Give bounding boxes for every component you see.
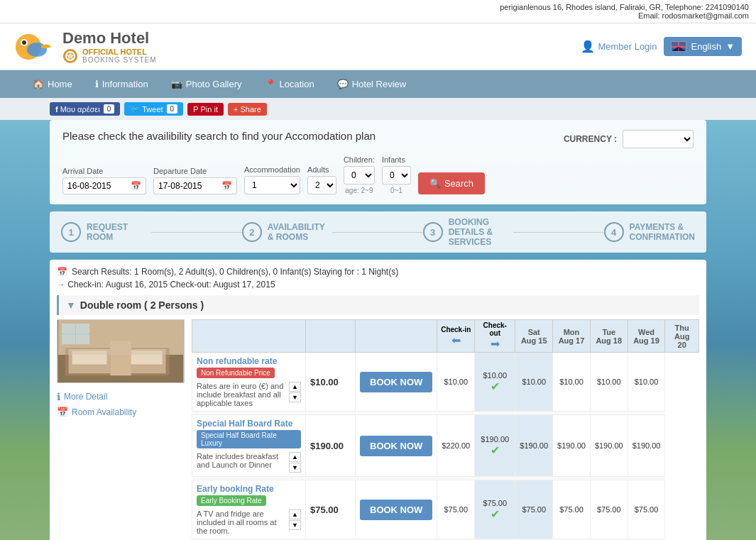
- infants-note: 0~1: [382, 187, 411, 194]
- accommodation-label: Accommodation: [244, 165, 300, 174]
- step-divider-2: [332, 232, 422, 233]
- scroll-up-btn[interactable]: ▲: [289, 509, 301, 519]
- search-summary: 📅 Search Results: 1 Room(s), 2 Adult(s),…: [57, 267, 699, 277]
- price-sat: $75.00: [444, 505, 468, 514]
- rate-desc: A TV and fridge are included in all room…: [197, 509, 285, 535]
- logo-subtitle-official: OFFICIAL HOTEL: [82, 48, 157, 56]
- rate-badge: Early Booking Rate: [197, 495, 266, 506]
- col-date-mon: Mon Aug 17: [553, 320, 591, 353]
- col-date-thu: Thu Aug 20: [665, 320, 699, 353]
- twitter-btn[interactable]: 🐦 Tweet 0: [124, 102, 183, 116]
- nav-location-label: Location: [280, 79, 314, 89]
- infants-select[interactable]: 01: [382, 166, 411, 184]
- departure-date-input[interactable]: 📅: [153, 177, 237, 194]
- nav-information[interactable]: ℹ Information: [84, 70, 160, 98]
- date-aug20: Aug 20: [669, 332, 694, 349]
- home-icon: 🏠: [33, 79, 44, 89]
- room-availability-label: Room Availability: [72, 407, 136, 417]
- nav-home[interactable]: 🏠 Home: [21, 70, 84, 98]
- departure-date-value[interactable]: [158, 181, 219, 191]
- step-2-label: AVAILABILITY & ROOMS: [268, 222, 332, 242]
- scroll-up-btn[interactable]: ▲: [289, 382, 301, 392]
- nav-info-label: Information: [102, 79, 148, 89]
- day-sat: Sat: [520, 328, 548, 336]
- address-text: perigianlenous 16, Rhodes island, Falira…: [500, 3, 749, 11]
- language-selector[interactable]: English ▼: [664, 37, 742, 56]
- nav-home-label: Home: [48, 79, 72, 89]
- scroll-up-btn[interactable]: ▲: [289, 452, 301, 462]
- price-wed: $190.00: [595, 441, 623, 450]
- accommodation-field: Accommodation 123: [244, 165, 300, 194]
- checkin-summary: → Check-in: August 16, 2015 Check-out: A…: [57, 280, 699, 290]
- col-date-tue: Tue Aug 18: [590, 320, 628, 353]
- header: Demo Hotel OFFICIAL HOTEL BOOKING SYSTEM…: [0, 23, 756, 70]
- book-now-button[interactable]: BOOK NOW: [360, 372, 432, 392]
- rate-name[interactable]: Non refundable rate: [197, 356, 301, 366]
- price-thu: $190.00: [632, 441, 661, 450]
- price-mon: $75.00: [522, 505, 546, 514]
- scroll-down-btn[interactable]: ▼: [289, 520, 301, 530]
- rate-badge: Non Refundable Price: [197, 368, 275, 378]
- accommodation-select[interactable]: 123: [244, 176, 300, 194]
- facebook-btn[interactable]: f Μου αρέσει 0: [50, 102, 120, 116]
- rate-name[interactable]: Special Half Board Rate: [197, 419, 301, 429]
- rate-desc: Rate includes breakfast and Launch or Di…: [197, 452, 285, 469]
- day-mon: Mon: [557, 328, 586, 336]
- infants-field: Infants 01 0~1: [382, 155, 411, 194]
- logo-area: Demo Hotel OFFICIAL HOTEL BOOKING SYSTEM: [14, 29, 157, 64]
- rate-price: $10.00: [310, 377, 339, 387]
- pinterest-icon: P: [193, 105, 198, 114]
- scroll-down-btn[interactable]: ▼: [289, 392, 301, 402]
- search-row: Arrival Date 📅 Departure Date 📅 Accommod…: [62, 155, 694, 194]
- arrival-date-input[interactable]: 📅: [62, 177, 146, 194]
- checkin-prev-btn[interactable]: ⬅: [451, 334, 461, 347]
- twitter-icon: 🐦: [130, 104, 140, 114]
- book-now-button[interactable]: BOOK NOW: [360, 436, 432, 456]
- search-button[interactable]: 🔍 Search: [418, 172, 485, 194]
- rate-row: Early booking Rate Early Booking Rate A …: [192, 480, 699, 539]
- step-1-circle: 1: [61, 222, 81, 242]
- arrival-date-value[interactable]: [67, 181, 128, 191]
- scroll-down-btn[interactable]: ▼: [289, 463, 301, 473]
- nav-gallery-label: Photo Gallery: [186, 79, 242, 89]
- calendar-small-icon: 📅: [57, 407, 68, 417]
- pinterest-label: Pin it: [201, 105, 218, 114]
- children-note: age: 2~9: [344, 187, 375, 194]
- day-thu: Thu: [669, 324, 694, 332]
- search-title: Please check the availibility search to …: [62, 130, 376, 142]
- price-sat: $10.00: [444, 378, 468, 386]
- checkout-next-btn[interactable]: ➡: [491, 337, 500, 351]
- check-icon: ✔: [491, 444, 500, 456]
- price-wed: $75.00: [597, 505, 621, 514]
- nav-review-label: Hotel Review: [352, 79, 407, 89]
- flag-icon: [671, 41, 686, 52]
- col-header-checkout: Check-out ➡: [475, 320, 515, 353]
- member-login-btn[interactable]: 👤 Member Login: [581, 40, 657, 53]
- header-right: 👤 Member Login English ▼: [581, 37, 742, 56]
- arrival-label: Arrival Date: [62, 167, 146, 175]
- step-3-circle: 3: [423, 222, 443, 242]
- check-icon: ✔: [491, 380, 500, 392]
- book-now-button[interactable]: BOOK NOW: [360, 500, 432, 520]
- logo-name: Demo Hotel: [62, 29, 157, 48]
- day-wed: Wed: [632, 328, 661, 336]
- price-tue: $190.00: [557, 441, 586, 450]
- step-1: 1 REQUEST ROOM: [61, 222, 151, 242]
- rate-name[interactable]: Early booking Rate: [197, 484, 301, 494]
- share-btn[interactable]: + Share: [228, 103, 267, 116]
- pinterest-btn[interactable]: P Pin it: [187, 103, 224, 116]
- adults-select[interactable]: 1234: [307, 176, 336, 194]
- day-tue: Tue: [595, 328, 623, 336]
- price-thu: $75.00: [635, 505, 659, 514]
- nav-location[interactable]: 📍 Location: [253, 70, 326, 98]
- more-detail-link[interactable]: ℹ More Detail: [57, 389, 192, 404]
- step-divider-3: [513, 232, 603, 233]
- room-availability-link[interactable]: 📅 Room Availability: [57, 404, 192, 419]
- nav-hotel-review[interactable]: 💬 Hotel Review: [326, 70, 418, 98]
- nav-photo-gallery[interactable]: 📷 Photo Gallery: [160, 70, 253, 98]
- top-bar: perigianlenous 16, Rhodes island, Falira…: [0, 0, 756, 23]
- children-label: Children:: [344, 155, 375, 164]
- children-select[interactable]: 012: [344, 166, 375, 184]
- member-login-label: Member Login: [598, 41, 657, 52]
- currency-select[interactable]: [623, 130, 694, 148]
